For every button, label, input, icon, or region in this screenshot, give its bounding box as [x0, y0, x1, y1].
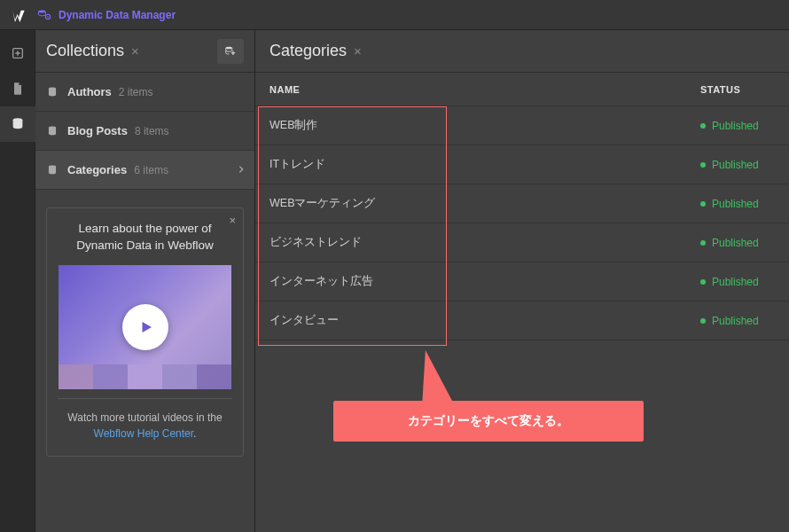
svg-point-2: [47, 16, 49, 18]
database-icon: [46, 125, 59, 137]
promo-subtext: Watch more tutorial videos in the Webflo…: [58, 410, 232, 442]
table-row[interactable]: WEB制作 Published: [255, 106, 789, 145]
table-row[interactable]: インタビュー Published: [255, 301, 789, 340]
collection-count: 6 items: [134, 164, 168, 176]
collections-close-icon[interactable]: ×: [131, 43, 139, 59]
left-rail: [0, 30, 35, 532]
annotation-callout: カテゴリーをすべて変える。: [333, 401, 644, 442]
cell-status: Published: [700, 198, 789, 210]
status-dot-icon: [700, 240, 706, 246]
promo-title: Learn about the power of Dynamic Data in…: [58, 221, 232, 254]
rail-database-icon[interactable]: [0, 106, 35, 142]
collection-item-blog-posts[interactable]: Blog Posts 8 items: [35, 112, 254, 151]
add-collection-button[interactable]: [217, 39, 244, 64]
rail-add-icon[interactable]: [0, 35, 35, 71]
topbar: Dynamic Data Manager: [0, 0, 789, 30]
cell-status: Published: [700, 159, 789, 171]
main-close-icon[interactable]: ×: [354, 43, 362, 59]
svg-point-5: [226, 46, 232, 49]
promo-close-icon[interactable]: ×: [229, 214, 236, 227]
collection-name: Categories: [67, 163, 127, 176]
database-icon: [46, 86, 59, 98]
collection-count: 2 items: [119, 86, 153, 98]
cell-name: インターネット広告: [270, 274, 700, 289]
status-dot-icon: [700, 318, 706, 324]
cell-status: Published: [700, 120, 789, 132]
collections-header: Collections ×: [35, 30, 254, 73]
collection-name: Authors: [67, 85, 112, 98]
cell-name: WEB制作: [270, 118, 700, 133]
status-dot-icon: [700, 201, 706, 207]
cell-status: Published: [700, 315, 789, 327]
play-icon: [122, 304, 168, 350]
topbar-title: Dynamic Data Manager: [59, 9, 176, 21]
cell-name: ビジネストレンド: [270, 235, 700, 250]
table-header: NAME STATUS: [255, 73, 789, 106]
cell-status: Published: [700, 237, 789, 249]
cell-name: WEBマーケティング: [270, 196, 700, 211]
collection-item-categories[interactable]: Categories 6 items: [35, 151, 254, 190]
rail-pages-icon[interactable]: [0, 71, 35, 106]
cell-name: インタビュー: [270, 313, 700, 328]
annotation-pointer: [417, 348, 452, 403]
promo-title-line1: Learn about the power of: [78, 222, 211, 235]
dynamic-data-icon: [37, 8, 51, 22]
status-dot-icon: [700, 279, 706, 285]
column-header-status: STATUS: [700, 84, 789, 95]
collection-count: 8 items: [135, 125, 169, 137]
cell-status: Published: [700, 276, 789, 288]
promo-sub-text: Watch more tutorial videos in the: [67, 411, 222, 424]
database-icon: [46, 164, 59, 176]
status-dot-icon: [700, 123, 706, 129]
table-row[interactable]: インターネット広告 Published: [255, 262, 789, 301]
collections-panel: Collections × Authors 2 items Blog Posts…: [35, 30, 255, 532]
column-header-name: NAME: [270, 84, 700, 95]
table-row[interactable]: ビジネストレンド Published: [255, 223, 789, 262]
promo-video-thumbnail[interactable]: [59, 265, 231, 389]
main-header: Categories ×: [255, 30, 789, 73]
collections-title: Collections: [46, 42, 124, 60]
table-row[interactable]: ITトレンド Published: [255, 145, 789, 184]
promo-title-line2: Dynamic Data in Webflow: [76, 239, 213, 252]
collection-item-authors[interactable]: Authors 2 items: [35, 73, 254, 112]
help-center-link[interactable]: Webflow Help Center: [94, 427, 194, 440]
webflow-logo-icon[interactable]: [9, 5, 28, 25]
status-dot-icon: [700, 162, 706, 168]
svg-point-0: [38, 10, 45, 12]
collection-name: Blog Posts: [67, 124, 128, 137]
cell-name: ITトレンド: [270, 157, 700, 172]
main-title: Categories: [270, 42, 347, 60]
chevron-right-icon: [237, 163, 246, 176]
main-panel: Categories × NAME STATUS WEB制作 Published…: [255, 30, 789, 532]
table-row[interactable]: WEBマーケティング Published: [255, 184, 789, 223]
promo-card: × Learn about the power of Dynamic Data …: [46, 207, 244, 457]
promo-divider: [58, 398, 232, 399]
